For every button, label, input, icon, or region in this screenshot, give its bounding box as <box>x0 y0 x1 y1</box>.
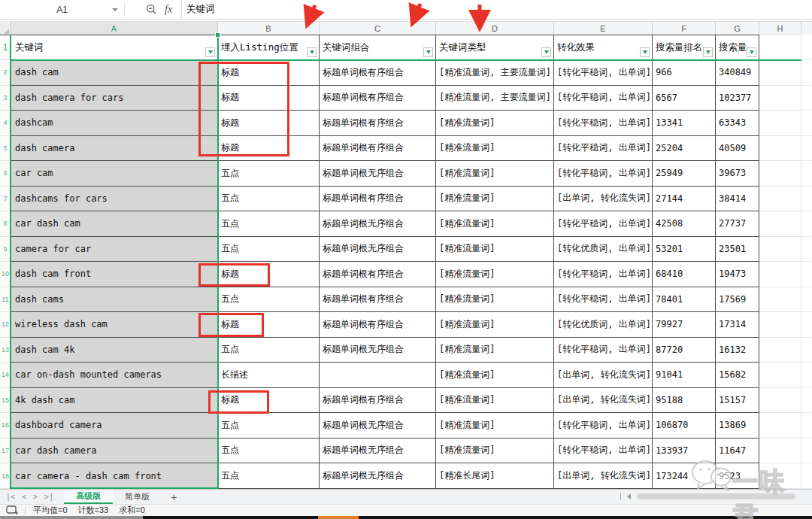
cell-B11[interactable]: 五点 <box>218 287 320 313</box>
cell-A11[interactable]: dash cams <box>11 287 218 313</box>
cell-D4[interactable]: [精准流量词] <box>436 111 554 136</box>
cell-H12[interactable] <box>759 312 801 338</box>
cell-G12[interactable]: 17314 <box>716 312 759 338</box>
cell-G6[interactable]: 39673 <box>716 161 759 187</box>
cell-B17[interactable]: 五点 <box>218 439 320 464</box>
cell-C17[interactable]: 标题单词根无序组合 <box>320 439 436 464</box>
cell-A1[interactable]: 关键词 <box>11 35 218 60</box>
cell-H4[interactable] <box>759 111 801 136</box>
cell-H6[interactable] <box>759 161 801 187</box>
row-header[interactable]: 1 <box>0 35 11 60</box>
cell-C2[interactable]: 标题单词根有序组合 <box>320 60 436 86</box>
cell-F6[interactable]: 25949 <box>653 161 716 187</box>
row-header-8[interactable]: 8 <box>0 211 11 237</box>
cell-F7[interactable]: 27144 <box>653 187 716 212</box>
cell-G3[interactable]: 102377 <box>716 86 759 111</box>
cell-F2[interactable]: 966 <box>653 60 716 86</box>
cell-E4[interactable]: [转化平稳词, 出单词] <box>554 111 653 136</box>
cell-H2[interactable] <box>759 60 801 86</box>
cell-B7[interactable]: 五点 <box>218 187 320 212</box>
cell-C1[interactable]: 关键词组合 <box>320 35 436 60</box>
add-sheet-button[interactable]: + <box>162 491 186 503</box>
scrollbar-divider[interactable] <box>620 493 621 500</box>
cell-B4[interactable]: 标题 <box>218 111 320 136</box>
cell-G13[interactable]: 16132 <box>716 338 759 363</box>
cell-D12[interactable]: [精准流量词] <box>436 312 554 338</box>
cell-D10[interactable]: [精准流量词] <box>436 262 554 287</box>
scroll-left-icon[interactable] <box>627 493 631 499</box>
cell-D11[interactable]: [精准流量词] <box>436 287 554 313</box>
column-header-A[interactable]: A <box>11 21 218 35</box>
cell-E8[interactable]: [转化平稳词, 出单词] <box>554 211 653 237</box>
sheet-tab-simple[interactable]: 简单版 <box>113 490 162 504</box>
column-header-G[interactable]: G <box>716 21 759 35</box>
cell-E14[interactable]: [出单词, 转化流失词] <box>554 363 653 388</box>
row-header-7[interactable]: 7 <box>0 187 11 212</box>
cell-F8[interactable]: 42508 <box>653 211 716 237</box>
row-header-2[interactable]: 2 <box>0 60 11 86</box>
filter-button-listing-position[interactable] <box>307 47 317 57</box>
cell-C14[interactable] <box>320 363 436 388</box>
cell-H13[interactable] <box>759 338 801 363</box>
cell-H5[interactable] <box>759 136 801 162</box>
cell-C6[interactable]: 标题单词根无序组合 <box>320 161 436 187</box>
cell-D13[interactable]: [精准流量词] <box>436 338 554 363</box>
cell-D14[interactable]: [精准流量词] <box>436 363 554 388</box>
cell-A8[interactable]: car dash cam <box>11 211 218 237</box>
filter-button-search-volume[interactable] <box>747 47 756 57</box>
cell-C9[interactable]: 标题单词根无序组合 <box>320 237 436 263</box>
cell-G9[interactable]: 23501 <box>716 237 759 263</box>
sheet-nav-first-icon[interactable]: |< <box>6 493 15 501</box>
cell-F18[interactable]: 173244 <box>653 463 716 489</box>
cell-C4[interactable]: 标题单词根有序组合 <box>320 111 436 136</box>
cell-G1[interactable]: 搜索量 <box>716 35 759 60</box>
cell-F17[interactable]: 133937 <box>653 439 716 464</box>
cell-D16[interactable]: [精准流量词] <box>436 413 554 439</box>
filter-button-keyword[interactable] <box>205 47 215 57</box>
cell-E15[interactable]: [出单词, 转化流失词] <box>554 388 653 414</box>
cell-A6[interactable]: car cam <box>11 161 218 187</box>
cell-D6[interactable]: [精准流量词] <box>436 161 554 187</box>
column-header-D[interactable]: D <box>436 21 554 35</box>
cell-H10[interactable] <box>759 262 801 287</box>
cell-D17[interactable]: [精准流量词] <box>436 439 554 464</box>
cell-E6[interactable]: [转化平稳词, 出单词] <box>554 161 653 187</box>
cell-E2[interactable]: [转化平稳词, 出单词] <box>554 60 653 86</box>
cell-G17[interactable]: 11647 <box>716 439 759 464</box>
cell-E1[interactable]: 转化效果 <box>554 35 653 60</box>
row-header-3[interactable]: 3 <box>0 86 11 111</box>
cell-C16[interactable]: 标题单词根无序组合 <box>320 413 436 439</box>
cell-G15[interactable]: 15157 <box>716 388 759 414</box>
cell-D9[interactable]: [精准流量词] <box>436 237 554 263</box>
fx-icon[interactable]: fx <box>165 4 172 16</box>
cell-C15[interactable]: 标题单词根有序组合 <box>320 388 436 414</box>
cell-H11[interactable] <box>759 287 801 313</box>
cell-C5[interactable]: 标题单词根有序组合 <box>320 136 436 162</box>
column-header-B[interactable]: B <box>218 21 320 35</box>
cell-E7[interactable]: [出单词, 转化流失词] <box>554 187 653 212</box>
row-header-13[interactable]: 13 <box>0 338 11 363</box>
sheet-nav-next-icon[interactable]: > <box>33 493 38 501</box>
cell-C12[interactable]: 标题单词根有序组合 <box>320 312 436 338</box>
cell-B15[interactable]: 标题 <box>218 388 320 414</box>
cell-C18[interactable]: 标题单词根无序组合 <box>320 463 436 489</box>
cell-A17[interactable]: car dash camera <box>11 439 218 464</box>
cell-D18[interactable]: [精准长尾词] <box>436 463 554 489</box>
horizontal-scrollbar[interactable] <box>637 493 795 499</box>
cell-H14[interactable] <box>759 363 801 388</box>
cell-F15[interactable]: 95188 <box>653 388 716 414</box>
cell-F14[interactable]: 91041 <box>653 363 716 388</box>
cell-E9[interactable]: [转化优质词, 出单词] <box>554 237 653 263</box>
cell-G5[interactable]: 40509 <box>716 136 759 162</box>
cell-B9[interactable]: 五点 <box>218 237 320 263</box>
cell-G11[interactable]: 17569 <box>716 287 759 313</box>
filter-button-keyword-type[interactable] <box>541 47 551 57</box>
cell-B12[interactable]: 标题 <box>218 312 320 338</box>
row-header-11[interactable]: 11 <box>0 287 11 313</box>
cell-G14[interactable]: 15682 <box>716 363 759 388</box>
select-all-button[interactable] <box>0 21 11 35</box>
formula-input[interactable]: 关键词 <box>181 0 812 19</box>
cell-A3[interactable]: dash camera for cars <box>11 86 218 111</box>
cell-E5[interactable]: [转化平稳词, 出单词] <box>554 136 653 162</box>
name-box-dropdown-icon[interactable] <box>112 8 118 11</box>
